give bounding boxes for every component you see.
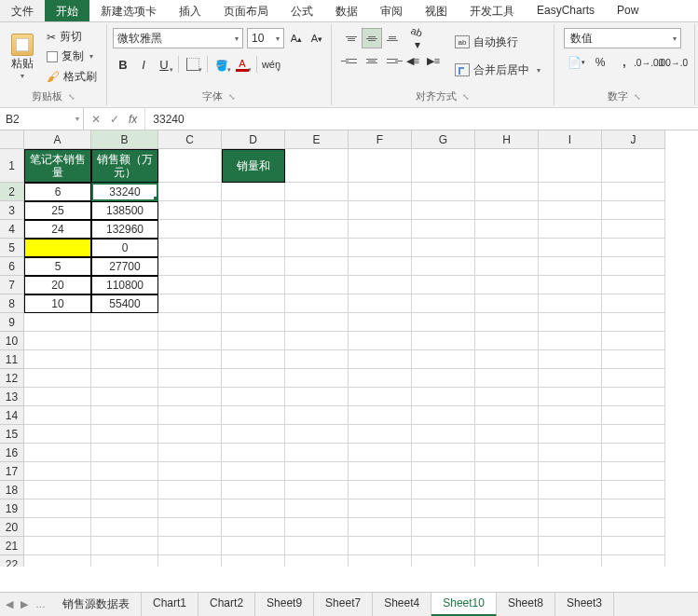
cell-F4[interactable] [349,220,412,239]
cell-E14[interactable] [285,406,349,425]
cell-C16[interactable] [158,444,222,462]
cell-I17[interactable] [539,462,602,481]
cell-F5[interactable] [349,239,412,257]
row-header-5[interactable]: 5 [0,239,24,257]
cell-B5[interactable]: 0 [91,239,158,257]
sheet-tab-Sheet8[interactable]: Sheet8 [497,593,555,616]
cell-I4[interactable] [539,220,602,239]
cell-A10[interactable] [24,332,91,350]
cell-B3[interactable]: 138500 [91,201,158,220]
menu-tab-公式[interactable]: 公式 [280,0,324,21]
wrap-text-button[interactable]: ab自动换行 [451,28,544,56]
font-name-select[interactable]: 微软雅黑▾ [113,28,243,48]
cell-A11[interactable] [24,350,91,369]
cell-B1[interactable]: 销售额（万元） [91,149,158,183]
cell-C19[interactable] [158,500,222,518]
col-header-E[interactable]: E [285,130,349,149]
row-header-17[interactable]: 17 [0,462,24,481]
cell-F16[interactable] [349,444,412,462]
cell-C13[interactable] [158,388,222,406]
cell-H18[interactable] [475,481,539,500]
number-dialog-launcher[interactable]: ⤡ [634,92,641,102]
row-header-3[interactable]: 3 [0,201,24,220]
cell-G5[interactable] [412,239,475,257]
sheet-tab-Sheet10[interactable]: Sheet10 [431,593,497,616]
cell-E7[interactable] [285,276,349,294]
row-header-10[interactable]: 10 [0,332,24,350]
row-header-20[interactable]: 20 [0,518,24,537]
cell-A1[interactable]: 笔记本销售量 [24,149,91,183]
sheet-nav-prev[interactable]: ◀ [6,598,13,610]
paste-button[interactable]: 粘贴 ▾ [6,26,39,88]
cell-G21[interactable] [412,537,475,555]
cell-A21[interactable] [24,537,91,555]
row-header-4[interactable]: 4 [0,220,24,239]
cell-J6[interactable] [602,257,665,276]
cell-B8[interactable]: 55400 [91,294,158,313]
cell-C3[interactable] [158,201,222,220]
sheet-tab-Sheet7[interactable]: Sheet7 [314,593,373,616]
cell-D5[interactable] [222,239,285,257]
cell-B22[interactable] [91,555,158,567]
border-button[interactable]: ▾ [183,54,203,75]
cell-J17[interactable] [602,462,665,481]
cell-E9[interactable] [285,313,349,332]
sheet-nav-next[interactable]: ▶ [21,598,28,610]
cell-A18[interactable] [24,481,91,500]
cell-E19[interactable] [285,500,349,518]
cell-D11[interactable] [222,350,285,369]
cell-F6[interactable] [349,257,412,276]
cell-D7[interactable] [222,276,285,294]
cell-I3[interactable] [539,201,602,220]
cell-A12[interactable] [24,369,91,388]
cell-B14[interactable] [91,406,158,425]
cell-E15[interactable] [285,425,349,444]
cell-E8[interactable] [285,294,349,313]
phonetic-button[interactable]: wén▾ [261,54,281,75]
cell-J2[interactable] [602,183,665,201]
cell-C9[interactable] [158,313,222,332]
cell-J15[interactable] [602,425,665,444]
cell-H22[interactable] [475,555,539,567]
cell-J16[interactable] [602,444,665,462]
cell-H9[interactable] [475,313,539,332]
cell-H21[interactable] [475,537,539,555]
cell-G17[interactable] [412,462,475,481]
align-top-button[interactable] [341,28,362,48]
cell-C1[interactable] [158,149,222,183]
cell-E21[interactable] [285,537,349,555]
row-header-11[interactable]: 11 [0,350,24,369]
cell-C20[interactable] [158,518,222,537]
cell-C15[interactable] [158,425,222,444]
cell-B7[interactable]: 110800 [91,276,158,294]
cell-G2[interactable] [412,183,475,201]
cell-D9[interactable] [222,313,285,332]
cell-H12[interactable] [475,369,539,388]
cell-I6[interactable] [539,257,602,276]
cell-E5[interactable] [285,239,349,257]
cell-F8[interactable] [349,294,412,313]
cell-H13[interactable] [475,388,539,406]
cell-I19[interactable] [539,500,602,518]
cell-I14[interactable] [539,406,602,425]
cell-F13[interactable] [349,388,412,406]
cell-F19[interactable] [349,500,412,518]
menu-tab-EasyCharts[interactable]: EasyCharts [526,0,606,21]
cell-I11[interactable] [539,350,602,369]
cell-A5[interactable] [24,239,91,257]
cell-H10[interactable] [475,332,539,350]
cancel-formula-button[interactable]: ✕ [91,113,101,126]
cell-J12[interactable] [602,369,665,388]
cell-E16[interactable] [285,444,349,462]
cell-I15[interactable] [539,425,602,444]
cell-G1[interactable] [412,149,475,183]
cell-C6[interactable] [158,257,222,276]
cell-G4[interactable] [412,220,475,239]
cell-A6[interactable]: 5 [24,257,91,276]
cell-F11[interactable] [349,350,412,369]
cell-D12[interactable] [222,369,285,388]
cell-I12[interactable] [539,369,602,388]
cell-B4[interactable]: 132960 [91,220,158,239]
cell-E18[interactable] [285,481,349,500]
cell-C7[interactable] [158,276,222,294]
